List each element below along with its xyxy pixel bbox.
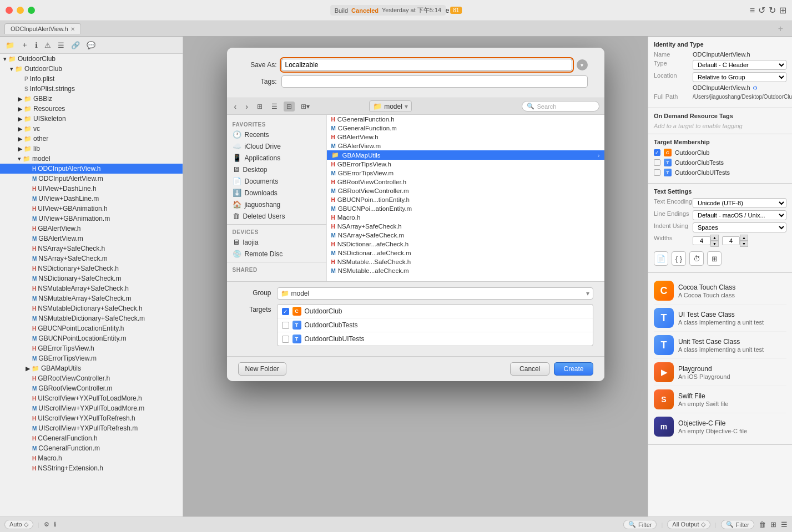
tree-gbbiz[interactable]: ▶ 📁 GBBiz (0, 94, 183, 104)
file-row-nsarray-h[interactable]: H NSArray+SafeCheck.h (327, 222, 604, 231)
tree-uiview-gbanimation-m[interactable]: M UIView+GBAnimation.m (0, 214, 183, 224)
split-view-button[interactable]: ⊞ (779, 5, 786, 16)
warning-badge[interactable]: 81 (450, 7, 462, 14)
tree-odcinputalertview-h[interactable]: H ODCInputAlertView.h (0, 164, 183, 174)
icon-view-button[interactable]: ⊞ (254, 102, 265, 112)
tags-input[interactable] (281, 75, 588, 88)
tree-root[interactable]: ▾ 📁 OutdoorClub (0, 54, 183, 64)
template-playground[interactable]: ▶ Playground An iOS Playground (654, 359, 786, 386)
extra-view-button[interactable]: ⊞▾ (298, 102, 312, 112)
list-view-button[interactable]: ☰ (269, 102, 280, 112)
sidebar-link-button[interactable]: 🔗 (69, 40, 82, 50)
tree-gberrortips-m[interactable]: M GBErrorTipsView.m (0, 353, 183, 363)
tree-gbrootviewcontroller-m[interactable]: M GBRootViewController.m (0, 383, 183, 393)
tree-uiscrollview-refresh-m[interactable]: M UIScrollView+YXPullToRefresh.m (0, 423, 183, 433)
fav-remote-disc[interactable]: 💿 Remote Disc (227, 248, 326, 260)
fav-applications[interactable]: 📱 Applications (227, 152, 326, 164)
add-tab-button[interactable]: + (774, 24, 788, 34)
file-row-macro-h[interactable]: H Macro.h (327, 213, 604, 222)
width-decrement-2[interactable]: ▼ (740, 241, 748, 247)
tree-other[interactable]: ▶ 📁 other (0, 134, 183, 144)
tm-checkbox-tests[interactable] (654, 159, 660, 166)
hamburger-button[interactable]: ≡ (750, 6, 755, 16)
file-row-nsmutable-m[interactable]: M NSMutable...afeCheck.m (327, 266, 604, 275)
tm-tests[interactable]: T OutdoorClubTests (654, 159, 786, 166)
file-row-gbalertview-h[interactable]: H GBAlertView.h (327, 133, 604, 141)
target-outdoorclubtest[interactable]: T OutdoorClubTests (278, 318, 593, 332)
file-row-gberrortips-h[interactable]: H GBErrorTipsView.h (327, 160, 604, 169)
minimize-button[interactable] (17, 7, 24, 14)
file-row-nsdictionary-h[interactable]: H NSDictionar...afeCheck.h (327, 240, 604, 249)
tree-gbalertview-m[interactable]: M GBAlertView.m (0, 234, 183, 244)
sidebar-warning-button[interactable]: ⚠ (42, 40, 53, 50)
cancel-button[interactable]: Cancel (510, 362, 549, 376)
tree-nsarray-m[interactable]: M NSArray+SafeCheck.m (0, 254, 183, 264)
tree-gbucn-h[interactable]: H GBUCNPointLocationEntity.h (0, 323, 183, 333)
view-toggle-button[interactable]: ⊞ (770, 520, 776, 529)
tree-nsmutabledictionary-h[interactable]: H NSMutableDictionary+SafeCheck.h (0, 303, 183, 313)
sidebar-add-button[interactable]: ＋ (19, 39, 31, 51)
file-row-gbucn-m[interactable]: M GBUCNPoi...ationEntity.m (327, 204, 604, 213)
file-row-gbrootviewcontroller-h[interactable]: H GBRootViewController.h (327, 178, 604, 186)
tree-uiview-gbanimation-h[interactable]: H UIView+GBAnimation.h (0, 204, 183, 214)
fav-jiaguoshang[interactable]: 🏠 jiaguoshang (227, 199, 326, 210)
bottom-filter-input[interactable]: 🔍 Filter (623, 520, 657, 529)
indent-select[interactable]: Spaces (693, 222, 786, 232)
close-button[interactable] (6, 7, 13, 14)
tree-vc[interactable]: ▶ 📁 vc (0, 124, 183, 134)
tree-nsdictionary-m[interactable]: M NSDictionary+SafeCheck.m (0, 273, 183, 283)
forward-nav-button[interactable]: › (243, 101, 251, 112)
tm-checkbox-uitests[interactable] (654, 169, 660, 176)
file-row-nsarray-m[interactable]: M NSArray+SafeCheck.m (327, 231, 604, 240)
format-clock-icon[interactable]: ⏱ (689, 251, 704, 266)
tree-gbalertview-h[interactable]: H GBAlertView.h (0, 224, 183, 234)
target-checkbox-uitests[interactable] (282, 336, 289, 343)
expand-button[interactable]: ▾ (577, 59, 588, 70)
delete-output-button[interactable]: 🗑 (759, 520, 766, 529)
sidebar-info-button[interactable]: ℹ (33, 40, 40, 50)
width-increment-2[interactable]: ▲ (740, 235, 748, 241)
tree-lib[interactable]: ▶ 📁 lib (0, 144, 183, 154)
tree-macro-h[interactable]: H Macro.h (0, 453, 183, 463)
maximize-button[interactable] (28, 7, 35, 14)
tm-uitests[interactable]: T OutdoorClubUITests (654, 169, 786, 176)
bottom-filter2-input[interactable]: 🔍 Filter (721, 520, 754, 529)
line-endings-select[interactable]: Default - macOS / Unix... (693, 210, 786, 220)
close-tab-icon[interactable]: ✕ (70, 26, 75, 32)
search-box[interactable]: 🔍 Search (522, 101, 599, 112)
back-button[interactable]: ↺ (758, 5, 765, 16)
tree-uiscrollview-load-h[interactable]: H UIScrollView+YXPullToLoadMore.h (0, 393, 183, 403)
file-row-gbamaputils[interactable]: 📁 GBAMapUtils › (327, 150, 604, 160)
tree-uiskeleton[interactable]: ▶ 📁 UISkeleton (0, 114, 183, 124)
forward-button[interactable]: ↻ (769, 5, 776, 16)
width-increment-1[interactable]: ▲ (710, 235, 719, 241)
tm-outdoorclub[interactable]: ✓ C OutdoorClub (654, 149, 786, 156)
tree-uiscrollview-refresh-h[interactable]: H UIScrollView+YXPullToRefresh.h (0, 413, 183, 423)
tree-nsmutablearray-m[interactable]: M NSMutableArray+SafeCheck.m (0, 293, 183, 303)
template-swift-file[interactable]: S Swift File An empty Swift file (654, 386, 786, 413)
tree-uiscrollview-load-m[interactable]: M UIScrollView+YXPullToLoadMore.m (0, 403, 183, 413)
fav-icloud[interactable]: ☁️ iCloud Drive (227, 140, 326, 152)
sidebar-folder-button[interactable]: 📁 (3, 40, 17, 50)
fav-recents[interactable]: 🕐 Recents (227, 129, 326, 140)
tree-gbamaputils[interactable]: ▶ 📁 GBAMapUtils (0, 363, 183, 373)
tree-gbucn-m[interactable]: M GBUCNPointLocationEntity.m (0, 333, 183, 343)
fav-deleted-users[interactable]: 🗑 Deleted Users (227, 210, 326, 222)
create-button[interactable]: Create (554, 362, 593, 376)
width-decrement-1[interactable]: ▼ (710, 241, 719, 247)
target-checkbox-outdoorclub[interactable]: ✓ (282, 308, 289, 315)
format-doc-icon[interactable]: 📄 (654, 251, 668, 266)
tree-nsarray-h[interactable]: H NSArray+SafeCheck.h (0, 244, 183, 254)
settings-output-button[interactable]: ☰ (781, 520, 788, 529)
tree-nsmutabledictionary-m[interactable]: M NSMutableDictionary+SafeCheck.m (0, 313, 183, 323)
width-input-2[interactable] (722, 236, 740, 245)
template-objc-file[interactable]: m Objective-C File An empty Objective-C … (654, 413, 786, 440)
tree-infoplist[interactable]: P Info.plist (0, 74, 183, 84)
tree-odcinputalertview-m[interactable]: M ODCInputAlertView.m (0, 174, 183, 184)
target-outdoorclub[interactable]: ✓ C OutdoorClub (278, 305, 593, 318)
file-row-cgeneralfunction-m[interactable]: M CGeneralFunction.m (327, 124, 604, 133)
template-ui-test[interactable]: T UI Test Case Class A class implementin… (654, 305, 786, 332)
tree-infopliststrings[interactable]: S InfoPlist.strings (0, 84, 183, 94)
tree-nsmutablearray-h[interactable]: H NSMutableArray+SafeCheck.h (0, 283, 183, 293)
file-row-gbalertview-m[interactable]: M GBAlertView.m (327, 141, 604, 150)
